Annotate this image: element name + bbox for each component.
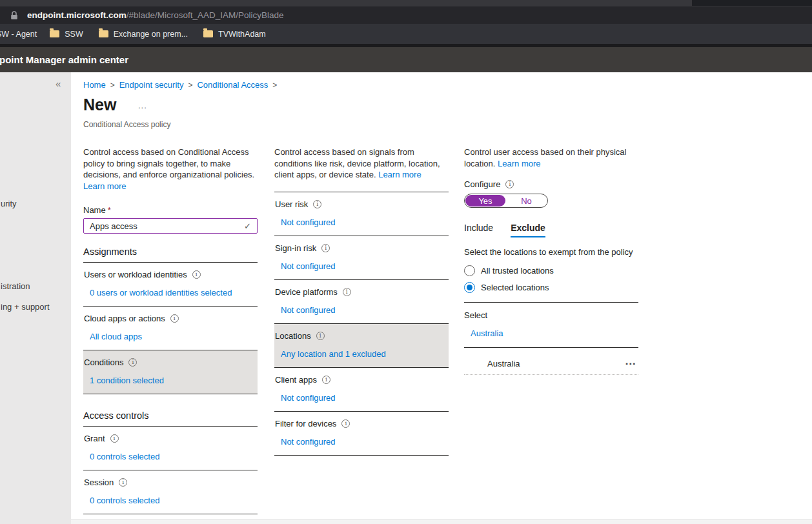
app-header: point Manager admin center — [0, 47, 812, 72]
filter-for-devices-link[interactable]: Not configured — [281, 437, 449, 447]
grant-section: Grant i 0 controls selected — [83, 427, 258, 470]
divider — [464, 302, 638, 303]
info-icon[interactable]: i — [505, 180, 514, 188]
info-icon[interactable]: i — [119, 478, 127, 487]
assignments-header: Assignments — [83, 247, 258, 263]
toggle-yes-option[interactable]: Yes — [465, 195, 505, 207]
filter-for-devices-section: Filter for devices i Not configured — [274, 412, 449, 456]
locations-column: Control user access based on their physi… — [464, 146, 638, 375]
valid-check-icon: ✓ — [244, 221, 251, 231]
bookmark-tvwithadam[interactable]: TVWithAdam — [203, 30, 266, 39]
conditions-section: Conditions i 1 condition selected — [83, 350, 258, 394]
toggle-no-option[interactable]: No — [505, 196, 547, 206]
required-asterisk: * — [108, 205, 111, 215]
bookmark-label: Exchange on prem... — [114, 30, 188, 39]
folder-icon — [50, 30, 59, 37]
access-controls-header: Access controls — [83, 410, 258, 427]
screen: endpoint.microsoft.com/#blade/Microsoft_… — [0, 0, 812, 524]
user-risk-link[interactable]: Not configured — [281, 217, 449, 227]
locations-link[interactable]: Any location and 1 excluded — [281, 349, 449, 359]
name-field-label: Name* — [83, 205, 258, 215]
select-locations-link[interactable]: Australia — [471, 328, 638, 338]
divider — [464, 347, 638, 348]
radio-label: Selected locations — [481, 283, 549, 292]
info-icon[interactable]: i — [192, 270, 201, 279]
conditions-link[interactable]: 1 condition selected — [90, 376, 258, 385]
info-icon[interactable]: i — [316, 332, 325, 340]
info-icon[interactable]: i — [110, 434, 119, 443]
main-pane: Home > Endpoint security > Conditional A… — [71, 72, 812, 524]
device-platforms-label: Device platforms — [275, 287, 338, 297]
info-icon[interactable]: i — [313, 200, 321, 208]
radio-icon[interactable] — [464, 265, 475, 276]
browser-address-bar[interactable]: endpoint.microsoft.com/#blade/Microsoft_… — [0, 6, 812, 24]
users-workload-identities-label: Users or workload identities — [84, 270, 187, 279]
breadcrumb-home[interactable]: Home — [83, 80, 106, 90]
radio-selected-locations[interactable]: Selected locations — [464, 282, 638, 293]
page-subtitle: Conditional Access policy — [83, 120, 170, 129]
conditions-column: Control access based on signals from con… — [274, 146, 449, 456]
row-more-menu-icon[interactable]: ▪▪▪ — [625, 360, 636, 367]
tab-exclude[interactable]: Exclude — [511, 223, 545, 237]
policy-column: Control access based on Conditional Acce… — [83, 146, 258, 514]
sidebar-item-troubleshooting-support[interactable]: ing + support — [1, 302, 50, 312]
radio-icon-checked[interactable] — [464, 282, 475, 293]
users-workload-identities-link[interactable]: 0 users or workload identities selected — [90, 288, 258, 297]
page-context-menu-icon[interactable]: ... — [138, 101, 147, 110]
selected-location-row: Australia ▪▪▪ — [464, 359, 638, 368]
bookmark-label: TVWithAdam — [218, 30, 266, 39]
conditions-label: Conditions — [84, 358, 123, 367]
breadcrumb: Home > Endpoint security > Conditional A… — [83, 80, 277, 90]
window-titlebar — [0, 0, 812, 6]
breadcrumb-conditional-access[interactable]: Conditional Access — [197, 80, 268, 90]
bookmark-ssw[interactable]: SSW — [50, 30, 83, 39]
grant-link[interactable]: 0 controls selected — [90, 452, 258, 461]
device-platforms-section: Device platforms i Not configured — [274, 280, 449, 324]
bookmark-exchange-on-prem[interactable]: Exchange on prem... — [99, 30, 188, 39]
policy-description: Control access based on Conditional Acce… — [83, 146, 258, 181]
blade-footer-bar — [71, 519, 812, 524]
configure-label: Configure — [464, 179, 500, 189]
cloud-apps-actions-section: Cloud apps or actions i All cloud apps — [83, 307, 258, 350]
sidebar-item-tenant-administration[interactable]: istration — [1, 281, 30, 291]
session-section: Session i 0 controls selected — [83, 470, 258, 514]
folder-icon — [203, 30, 213, 37]
page-title: New — [83, 96, 116, 114]
cloud-apps-actions-link[interactable]: All cloud apps — [90, 332, 258, 341]
app-header-title: point Manager admin center — [0, 54, 128, 65]
url-domain: endpoint.microsoft.com — [27, 10, 127, 20]
locations-learn-more-link[interactable]: Learn more — [498, 159, 540, 168]
policy-name-value: Apps access — [90, 221, 137, 231]
grant-label: Grant — [84, 434, 105, 443]
info-icon[interactable]: i — [128, 358, 137, 367]
session-label: Session — [84, 478, 114, 487]
sidebar-item-endpoint-security[interactable]: urity — [1, 199, 17, 208]
info-icon[interactable]: i — [343, 288, 351, 296]
device-platforms-link[interactable]: Not configured — [281, 305, 449, 315]
sidebar-collapse-icon[interactable]: « — [56, 78, 61, 89]
exclude-hint-text: Select the locations to exempt from the … — [464, 247, 638, 258]
bookmark-sw-agent[interactable]: SW - Agent — [0, 30, 37, 39]
policy-learn-more-link[interactable]: Learn more — [83, 181, 126, 191]
locations-label: Locations — [275, 331, 311, 341]
tab-include[interactable]: Include — [464, 223, 493, 237]
radio-all-trusted-locations[interactable]: All trusted locations — [464, 265, 638, 276]
configure-row: Configure i — [464, 179, 638, 189]
info-icon[interactable]: i — [170, 314, 179, 323]
breadcrumb-separator: > — [110, 81, 115, 90]
filter-for-devices-label: Filter for devices — [275, 419, 336, 428]
session-link[interactable]: 0 controls selected — [90, 496, 258, 505]
breadcrumb-separator: > — [272, 81, 277, 90]
configure-toggle[interactable]: Yes No — [464, 194, 548, 208]
client-apps-link[interactable]: Not configured — [281, 393, 449, 403]
sign-in-risk-link[interactable]: Not configured — [281, 261, 449, 271]
policy-name-input[interactable]: Apps access ✓ — [83, 218, 258, 234]
user-risk-label: User risk — [275, 199, 308, 209]
select-label: Select — [464, 310, 638, 320]
info-icon[interactable]: i — [322, 376, 330, 384]
info-icon[interactable]: i — [321, 244, 330, 252]
background-window-edge — [692, 0, 812, 6]
breadcrumb-endpoint-security[interactable]: Endpoint security — [119, 80, 184, 90]
conditions-learn-more-link[interactable]: Learn more — [378, 170, 421, 179]
info-icon[interactable]: i — [341, 419, 350, 428]
